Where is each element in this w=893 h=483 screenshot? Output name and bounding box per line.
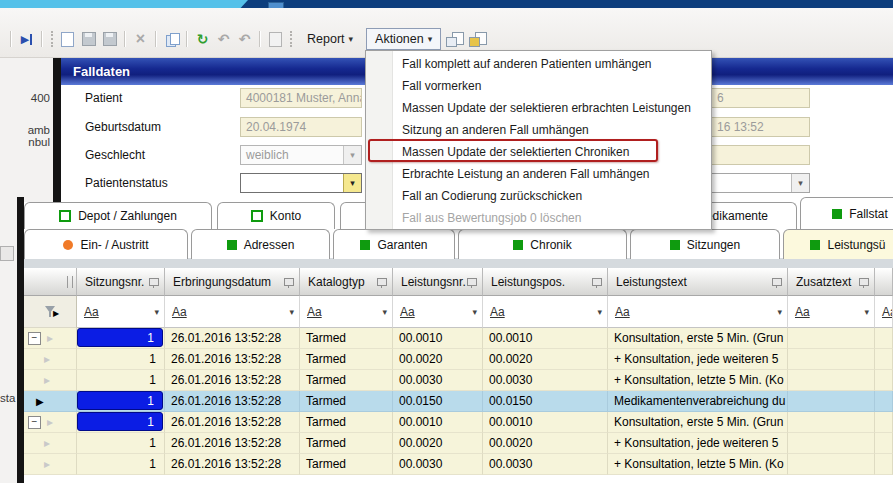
- square-filled-icon: [810, 240, 820, 250]
- tab-depot-zahlungen[interactable]: Depot / Zahlungen: [24, 202, 212, 229]
- table-row[interactable]: ▸126.01.2016 13:52:28Tarmed00.003000.003…: [24, 454, 893, 475]
- filter-cell-katalogtyp[interactable]: Aa▾: [300, 296, 393, 328]
- chevron-down-icon[interactable]: ▾: [777, 307, 782, 317]
- pushpin-icon[interactable]: [592, 278, 602, 286]
- menu-item[interactable]: Massen Update der selektieren erbrachten…: [366, 97, 711, 119]
- pushpin-icon[interactable]: [467, 278, 477, 286]
- pushpin-icon[interactable]: [377, 278, 387, 286]
- delete-icon[interactable]: ×: [131, 30, 150, 48]
- filter-cell-datum[interactable]: Aa▾: [165, 296, 300, 328]
- chevron-down-icon[interactable]: ▾: [472, 307, 477, 317]
- toolbar-grip[interactable]: [290, 31, 292, 47]
- save-all-icon[interactable]: [100, 30, 119, 48]
- chevron-down-icon[interactable]: ▾: [864, 307, 869, 317]
- patient-field[interactable]: 4000181 Muster, Anna: [240, 88, 362, 108]
- column-header-leistungstext[interactable]: Leistungstext: [608, 268, 788, 296]
- column-header-sitzungsnr[interactable]: Sitzungsnr.: [77, 268, 165, 296]
- chevron-down-icon[interactable]: ▾: [343, 146, 361, 164]
- new-document-icon[interactable]: [58, 30, 77, 48]
- column-header-leistungspos[interactable]: Leistungspos.: [483, 268, 608, 296]
- geschlecht-combobox[interactable]: weiblich ▾: [240, 145, 362, 165]
- column-header-katalogtyp[interactable]: Katalogtyp: [300, 268, 393, 296]
- tab-ein-austritt[interactable]: Ein- / Austritt: [24, 229, 188, 259]
- table-row[interactable]: −▸126.01.2016 13:52:28Tarmed00.001000.00…: [24, 412, 893, 433]
- square-filled-icon: [513, 240, 523, 250]
- chevron-down-icon[interactable]: ▾: [382, 307, 387, 317]
- save-icon[interactable]: [79, 30, 98, 48]
- table-row[interactable]: ▶126.01.2016 13:52:28Tarmed00.015000.015…: [24, 391, 893, 412]
- pushpin-icon[interactable]: [772, 278, 782, 286]
- cell-leistungstext: + Konsultation, letzte 5 Min. (Ko: [608, 370, 788, 391]
- selected-cell: 1: [77, 412, 163, 431]
- refresh-icon[interactable]: ↻: [193, 30, 212, 48]
- row-header[interactable]: ▸: [24, 370, 77, 391]
- cell-sitzungsnr: 1: [77, 391, 165, 412]
- table-row[interactable]: ▸126.01.2016 13:52:28Tarmed00.002000.002…: [24, 433, 893, 454]
- tab-konto[interactable]: Konto: [217, 202, 335, 229]
- patientenstatus-combobox[interactable]: ▾: [240, 173, 362, 193]
- menu-item[interactable]: Sitzung an anderen Fall umhängen: [366, 119, 711, 141]
- cell-katalogtyp: Tarmed: [300, 391, 393, 412]
- pushpin-icon[interactable]: [149, 278, 159, 286]
- toolbar-grip[interactable]: [51, 31, 53, 47]
- filter-row-header[interactable]: ▶: [24, 296, 77, 328]
- pushpin-icon[interactable]: [284, 278, 294, 286]
- column-header-extra: [875, 268, 893, 296]
- filter-cell-leistungspos[interactable]: Aa▾: [483, 296, 608, 328]
- menu-item[interactable]: Erbrachte Leistung an anderen Fall umhän…: [366, 163, 711, 185]
- tab-garanten[interactable]: Garanten: [333, 229, 455, 259]
- collapse-icon[interactable]: −: [28, 332, 41, 345]
- column-header-datum[interactable]: Erbringungsdatum: [165, 268, 300, 296]
- chevron-down-icon[interactable]: ▾: [597, 307, 602, 317]
- chevron-down-icon[interactable]: ▾: [343, 174, 361, 192]
- filter-cell-leistungstext[interactable]: Aa▾: [608, 296, 788, 328]
- current-row-arrow-icon: ▶: [36, 396, 44, 407]
- menu-item[interactable]: Fall vormerken: [366, 75, 711, 97]
- chevron-down-icon[interactable]: ▾: [289, 307, 294, 317]
- document-export-icon[interactable]: [266, 30, 285, 48]
- selected-cell: 1: [77, 391, 163, 410]
- row-header[interactable]: ▸: [24, 454, 77, 475]
- filter-cell-zusatztext[interactable]: Aa▾: [788, 296, 875, 328]
- tab-chronik[interactable]: Chronik: [458, 229, 627, 259]
- cell-zusatztext: [788, 454, 875, 475]
- menu-item[interactable]: Fall an Codierung zurückschicken: [366, 185, 711, 207]
- chevron-down-icon[interactable]: ▾: [154, 307, 159, 317]
- collapse-icon[interactable]: −: [28, 416, 41, 429]
- copy-icon[interactable]: [162, 30, 181, 48]
- table-row[interactable]: −▸126.01.2016 13:52:28Tarmed00.001000.00…: [24, 328, 893, 349]
- tab-fallstat[interactable]: Fallstat: [800, 197, 893, 229]
- navigate-last-icon[interactable]: ▶: [17, 30, 36, 48]
- patientenstatus-label: Patientenstatus: [85, 176, 168, 190]
- geburtsdatum-field[interactable]: 20.04.1974: [240, 117, 362, 137]
- table-row[interactable]: ▸126.01.2016 13:52:28Tarmed00.002000.002…: [24, 349, 893, 370]
- tabstrip-gap: [24, 258, 893, 268]
- filter-cell-sitzungsnr[interactable]: Aa▾: [77, 296, 165, 328]
- tab-adressen[interactable]: Adressen: [191, 229, 330, 259]
- row-header[interactable]: −▸: [24, 328, 77, 349]
- background-fragment: sta: [0, 392, 16, 404]
- column-header-leistungsnr[interactable]: Leistungsnr.: [393, 268, 483, 296]
- row-header[interactable]: ▸: [24, 433, 77, 454]
- tab-sitzungen[interactable]: Sitzungen: [630, 229, 780, 259]
- pushpin-icon[interactable]: [859, 278, 869, 286]
- tab-label: Fallstat: [849, 207, 888, 221]
- row-header[interactable]: ▸: [24, 349, 77, 370]
- cell-katalogtyp: Tarmed: [300, 433, 393, 454]
- window-layout-icon[interactable]: [446, 32, 463, 46]
- menu-item[interactable]: Fall komplett auf anderen Patienten umhä…: [366, 53, 711, 75]
- chevron-down-icon[interactable]: ▾: [791, 174, 809, 192]
- filter-cell-leistungsnr[interactable]: Aa▾: [393, 296, 483, 328]
- filter-funnel-icon[interactable]: ▶: [45, 305, 59, 318]
- report-menu-button[interactable]: Report▾: [298, 28, 362, 50]
- row-header[interactable]: ▶: [24, 391, 77, 412]
- aktionen-menu-button[interactable]: Aktionen▾: [366, 28, 441, 50]
- column-header-zusatztext[interactable]: Zusatztext: [788, 268, 875, 296]
- undo-icon[interactable]: ↶: [214, 30, 233, 48]
- table-row[interactable]: ▸126.01.2016 13:52:28Tarmed00.003000.003…: [24, 370, 893, 391]
- send-mail-icon[interactable]: [469, 32, 486, 46]
- undo-all-icon[interactable]: ↶: [235, 30, 254, 48]
- row-header[interactable]: −▸: [24, 412, 77, 433]
- cell-zusatztext: [788, 391, 875, 412]
- tab-leistungsü[interactable]: Leistungsü: [783, 229, 893, 259]
